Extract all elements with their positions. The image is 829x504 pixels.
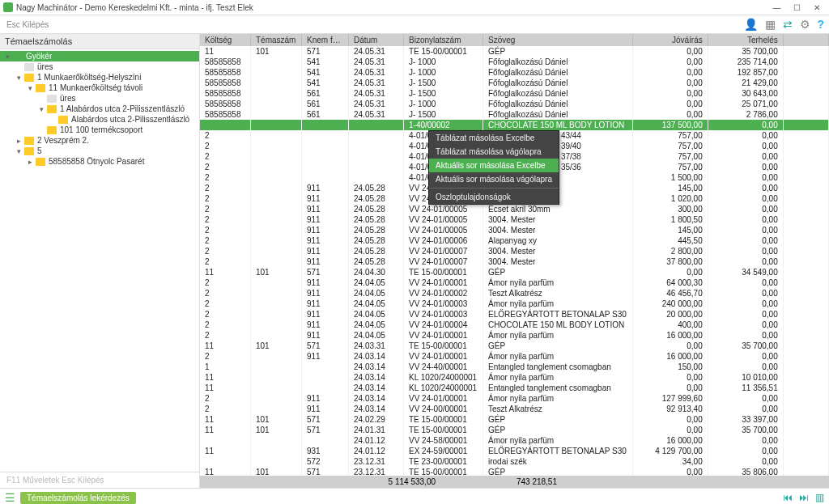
- tree-node[interactable]: üres: [0, 93, 199, 104]
- column-header[interactable]: Bizonylatszám: [404, 34, 483, 46]
- table-row[interactable]: 291124.05.28VV 24-01/00006Alapanyag xy44…: [200, 235, 829, 246]
- table-cell: 3004. Mester: [483, 256, 633, 267]
- table-row[interactable]: 57223.12.31TE 23-00/00001irodai szék34,0…: [200, 456, 829, 467]
- user-icon[interactable]: 👤: [744, 18, 758, 31]
- settings-icon[interactable]: ⚙: [800, 18, 810, 31]
- table-row[interactable]: 291124.04.05VV 24-01/00001Ámor nyila par…: [200, 330, 829, 341]
- tree-expander-icon[interactable]: ▾: [37, 105, 45, 113]
- table-row[interactable]: 291124.05.28VV 24-01/000053004. Mester1 …: [200, 214, 829, 225]
- tree-expander-icon[interactable]: ▾: [15, 147, 23, 155]
- table-cell: 911: [302, 214, 349, 225]
- table-row[interactable]: 291124.05.28VV 24-01/000053004. Mester14…: [200, 225, 829, 235]
- context-menu-item[interactable]: Táblázat másolása Excelbe: [429, 131, 559, 145]
- table-row[interactable]: 124.03.14VV 24-40/00001Entangled tanglem…: [200, 362, 829, 372]
- layout-icon[interactable]: ▥: [815, 492, 824, 503]
- tree-node[interactable]: ▾5: [0, 146, 199, 156]
- table-row[interactable]: 291124.05.28VV 24-01/000073004. Mester2 …: [200, 246, 829, 256]
- column-header[interactable]: Knem f…: [302, 34, 349, 46]
- table-row[interactable]: 1110157124.05.31TE 15-00/00001GÉP0,0035 …: [200, 46, 829, 57]
- tree-node[interactable]: ▸58585858 Ötnyolc Pasarét: [0, 156, 199, 167]
- minimize-button[interactable]: —: [767, 3, 785, 12]
- table-row[interactable]: 5858585856124.05.31J- 1000Főfoglalkozású…: [200, 99, 829, 109]
- table-row[interactable]: 24.01.12VV 24-58/00001Ámor nyila parfüm1…: [200, 435, 829, 446]
- column-header[interactable]: Témaszám: [251, 34, 302, 46]
- tree-node[interactable]: üres: [0, 61, 199, 72]
- table-row[interactable]: 1193124.01.12EX 24-59/00001ELŐREGYÁRTOTT…: [200, 446, 829, 456]
- hamburger-icon[interactable]: ☰: [5, 491, 15, 504]
- help-icon[interactable]: ?: [817, 18, 824, 31]
- apps-icon[interactable]: ▦: [765, 18, 776, 31]
- nav-first-icon[interactable]: ⏮: [783, 492, 793, 503]
- tree-node[interactable]: ▾11 Munkaerőköltség távoli: [0, 83, 199, 93]
- table-row[interactable]: 291124.03.14VV 24-00/00001Teszt Alkatrés…: [200, 404, 829, 414]
- table-row[interactable]: 291124.03.14VV 24-01/00001Ámor nyila par…: [200, 393, 829, 404]
- tree-node[interactable]: ▸2 Veszprém 2.: [0, 135, 199, 146]
- column-header[interactable]: Jóváírás: [632, 34, 708, 46]
- table-row[interactable]: 1124.03.14KL 1020/24000001Ámor nyila par…: [200, 372, 829, 383]
- table-row[interactable]: 1110157124.03.31TE 15-00/00001GÉP0,0035 …: [200, 341, 829, 351]
- table-cell: VV 24-01/00007: [404, 256, 483, 267]
- table-row[interactable]: 291124.04.05VV 24-01/00003Ámor nyila par…: [200, 299, 829, 309]
- status-query-button[interactable]: Témaelszámolás lekérdezés: [20, 492, 136, 504]
- column-header[interactable]: Dátum: [349, 34, 404, 46]
- table-row[interactable]: 1-40/00002CHOCOLATE 150 ML BODY LOTION13…: [200, 120, 829, 130]
- nav-last-icon[interactable]: ⏭: [799, 492, 809, 503]
- tree-expander-icon[interactable]: ▾: [3, 53, 11, 61]
- tree-view[interactable]: ▾Gyökérüres▾1 Munkaerőköltség-Helyszíni▾…: [0, 49, 199, 472]
- table-cell: GÉP: [483, 467, 633, 476]
- context-menu-item[interactable]: Aktuális sor másolása vágólapra: [429, 172, 559, 186]
- table-cell: 10 010,00: [708, 372, 783, 383]
- table-cell: [251, 288, 302, 299]
- table-row[interactable]: 5858585856124.05.31J- 1500Főfoglalkozású…: [200, 88, 829, 99]
- table-row[interactable]: 5858585856124.05.31J- 1500Főfoglalkozású…: [200, 109, 829, 120]
- table-row[interactable]: 291124.04.05VV 24-01/00004CHOCOLATE 150 …: [200, 320, 829, 330]
- tree-expander-icon[interactable]: ▾: [26, 84, 34, 92]
- tree-expander-icon[interactable]: ▸: [26, 158, 34, 166]
- context-menu[interactable]: Táblázat másolása ExcelbeTáblázat másolá…: [428, 130, 559, 205]
- table-cell: [251, 456, 302, 467]
- table-cell: 0,00: [708, 246, 783, 256]
- table-cell: 16 000,00: [632, 435, 708, 446]
- table-cell: 24.04.05: [349, 309, 404, 320]
- table-row[interactable]: 291124.05.28VV 24-01/000073004. Mester37…: [200, 256, 829, 267]
- swap-icon[interactable]: ⇄: [783, 18, 793, 31]
- table-cell: 0,00: [708, 141, 783, 151]
- table-cell: [302, 383, 349, 393]
- data-grid[interactable]: KöltségTémaszámKnem f…DátumBizonylatszám…: [200, 34, 829, 476]
- tree-node[interactable]: Alabárdos utca 2-Pilisszentlászló: [0, 114, 199, 125]
- column-header[interactable]: Költség: [200, 34, 251, 46]
- table-row[interactable]: 291124.05.28VV 24-01/00005Ecset akril 30…: [200, 204, 829, 214]
- table-row[interactable]: 291124.04.05VV 24-01/00001Ámor nyila par…: [200, 277, 829, 288]
- table-cell: 911: [302, 256, 349, 267]
- context-menu-item[interactable]: Aktuális sor másolása Excelbe: [429, 159, 559, 172]
- tree-node[interactable]: ▾1 Munkaerőköltség-Helyszíni: [0, 72, 199, 83]
- table-row[interactable]: 1110157123.12.31TE 15-00/00001GÉP0,0035 …: [200, 467, 829, 476]
- tree-expander-icon[interactable]: ▾: [15, 74, 23, 82]
- tree-node[interactable]: ▾1 Alabárdos utca 2-Pilisszentlászló: [0, 104, 199, 114]
- table-row[interactable]: 1110157124.01.31TE 15-00/00001GÉP0,0035 …: [200, 425, 829, 435]
- table-row[interactable]: 5858585854124.05.31J- 1000Főfoglalkozású…: [200, 67, 829, 78]
- table-row[interactable]: 291124.04.05VV 24-01/00003ELŐREGYÁRTOTT …: [200, 309, 829, 320]
- table-row[interactable]: 5858585854124.05.31J- 1000Főfoglalkozású…: [200, 57, 829, 67]
- table-cell: [251, 141, 302, 151]
- tree-node[interactable]: ▾Gyökér: [0, 51, 199, 61]
- table-row[interactable]: 1124.03.14KL 1020/24000001Entangled tang…: [200, 383, 829, 393]
- tree-node[interactable]: 101 100 termékcsoport: [0, 125, 199, 135]
- close-button[interactable]: ✕: [808, 3, 826, 12]
- table-row[interactable]: 291124.03.14VV 24-01/00001Ámor nyila par…: [200, 351, 829, 362]
- grid-scroll[interactable]: KöltségTémaszámKnem f…DátumBizonylatszám…: [200, 34, 829, 476]
- column-header[interactable]: Terhelés: [708, 34, 783, 46]
- context-menu-item[interactable]: Oszloptulajdonságok: [429, 190, 559, 204]
- table-cell: [251, 277, 302, 288]
- table-cell: 0,00: [708, 183, 783, 193]
- table-row[interactable]: 1110157124.04.30TE 15-00/00001GÉP0,0034 …: [200, 267, 829, 277]
- column-header[interactable]: Szöveg: [483, 34, 633, 46]
- table-row[interactable]: 5858585854124.05.31J- 1500Főfoglalkozású…: [200, 78, 829, 88]
- context-menu-item[interactable]: Táblázat másolása vágólapra: [429, 145, 559, 159]
- table-cell: 30 643,00: [708, 88, 783, 99]
- table-row[interactable]: 1110157124.02.29TE 15-00/00001GÉP0,0033 …: [200, 414, 829, 425]
- maximize-button[interactable]: ☐: [788, 3, 806, 12]
- table-cell: [251, 67, 302, 78]
- tree-expander-icon[interactable]: ▸: [15, 137, 23, 145]
- table-row[interactable]: 291124.04.05VV 24-01/00002Teszt Alkatrés…: [200, 288, 829, 299]
